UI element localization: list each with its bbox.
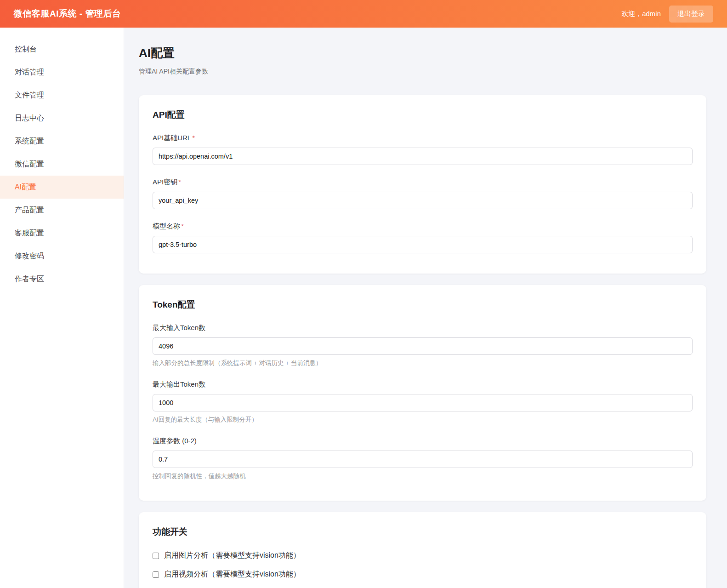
required-asterisk: * <box>178 178 181 186</box>
api-config-card-title: API配置 <box>153 109 693 121</box>
required-asterisk: * <box>192 134 195 142</box>
header-right: 欢迎，admin 退出登录 <box>621 6 713 23</box>
field-max-output-tokens: 最大输出Token数 AI回复的最大长度（与输入限制分开） <box>153 380 693 424</box>
image-analysis-checkbox[interactable] <box>153 553 159 559</box>
main-content: AI配置 管理AI API相关配置参数 API配置 API基础URL* API密… <box>124 28 727 588</box>
image-analysis-label: 启用图片分析（需要模型支持vision功能） <box>164 551 301 560</box>
temperature-hint: 控制回复的随机性，值越大越随机 <box>153 472 693 480</box>
sidebar-item-dashboard[interactable]: 控制台 <box>0 38 124 61</box>
field-api-base-url: API基础URL* <box>153 134 693 165</box>
api-base-url-label: API基础URL* <box>153 134 693 143</box>
field-temperature: 温度参数 (0-2) 控制回复的随机性，值越大越随机 <box>153 437 693 480</box>
temperature-input[interactable] <box>153 451 693 468</box>
temperature-label: 温度参数 (0-2) <box>153 437 693 445</box>
required-asterisk: * <box>181 222 184 230</box>
feature-switches-card-title: 功能开关 <box>153 526 693 538</box>
card-feature-switches: 功能开关 启用图片分析（需要模型支持vision功能） 启用视频分析（需要模型支… <box>139 512 706 588</box>
max-input-tokens-hint: 输入部分的总长度限制（系统提示词 + 对话历史 + 当前消息） <box>153 359 693 367</box>
video-analysis-checkbox[interactable] <box>153 571 159 578</box>
model-name-input[interactable] <box>153 236 693 253</box>
sidebar-item-change-password[interactable]: 修改密码 <box>0 245 124 268</box>
field-model-name: 模型名称* <box>153 222 693 253</box>
field-api-key: API密钥* <box>153 178 693 209</box>
model-name-label: 模型名称* <box>153 222 693 231</box>
sidebar: 控制台 对话管理 文件管理 日志中心 系统配置 微信配置 AI配置 产品配置 客… <box>0 28 124 588</box>
max-input-tokens-label: 最大输入Token数 <box>153 324 693 332</box>
app-title: 微信客服AI系统 - 管理后台 <box>14 8 121 20</box>
api-key-label: API密钥* <box>153 178 693 187</box>
max-output-tokens-label: 最大输出Token数 <box>153 380 693 389</box>
page-title: AI配置 <box>139 45 706 61</box>
video-analysis-label: 启用视频分析（需要模型支持vision功能） <box>164 570 301 579</box>
sidebar-item-files[interactable]: 文件管理 <box>0 84 124 107</box>
card-api-config: API配置 API基础URL* API密钥* 模型名称* <box>139 95 706 274</box>
sidebar-item-logs[interactable]: 日志中心 <box>0 107 124 130</box>
max-output-tokens-input[interactable] <box>153 394 693 411</box>
api-key-input[interactable] <box>153 192 693 209</box>
token-config-card-title: Token配置 <box>153 299 693 311</box>
model-name-label-text: 模型名称 <box>153 222 180 230</box>
field-max-input-tokens: 最大输入Token数 输入部分的总长度限制（系统提示词 + 对话历史 + 当前消… <box>153 324 693 367</box>
sidebar-item-conversations[interactable]: 对话管理 <box>0 61 124 84</box>
page-subtitle: 管理AI API相关配置参数 <box>139 68 706 76</box>
card-token-config: Token配置 最大输入Token数 输入部分的总长度限制（系统提示词 + 对话… <box>139 285 706 501</box>
api-key-label-text: API密钥 <box>153 178 177 186</box>
sidebar-item-author-zone[interactable]: 作者专区 <box>0 268 124 291</box>
app-header: 微信客服AI系统 - 管理后台 欢迎，admin 退出登录 <box>0 0 727 28</box>
max-input-tokens-input[interactable] <box>153 337 693 355</box>
sidebar-item-system-config[interactable]: 系统配置 <box>0 130 124 153</box>
sidebar-item-ai-config[interactable]: AI配置 <box>0 176 124 199</box>
logout-button[interactable]: 退出登录 <box>669 6 713 23</box>
welcome-text: 欢迎，admin <box>621 10 661 18</box>
api-base-url-input[interactable] <box>153 148 693 165</box>
image-analysis-toggle-row[interactable]: 启用图片分析（需要模型支持vision功能） <box>153 551 693 560</box>
layout: 控制台 对话管理 文件管理 日志中心 系统配置 微信配置 AI配置 产品配置 客… <box>0 28 727 588</box>
api-base-url-label-text: API基础URL <box>153 134 191 142</box>
sidebar-item-wechat-config[interactable]: 微信配置 <box>0 153 124 176</box>
sidebar-item-customer-service-config[interactable]: 客服配置 <box>0 222 124 245</box>
max-output-tokens-hint: AI回复的最大长度（与输入限制分开） <box>153 416 693 424</box>
video-analysis-toggle-row[interactable]: 启用视频分析（需要模型支持vision功能） <box>153 570 693 579</box>
sidebar-item-product-config[interactable]: 产品配置 <box>0 199 124 222</box>
